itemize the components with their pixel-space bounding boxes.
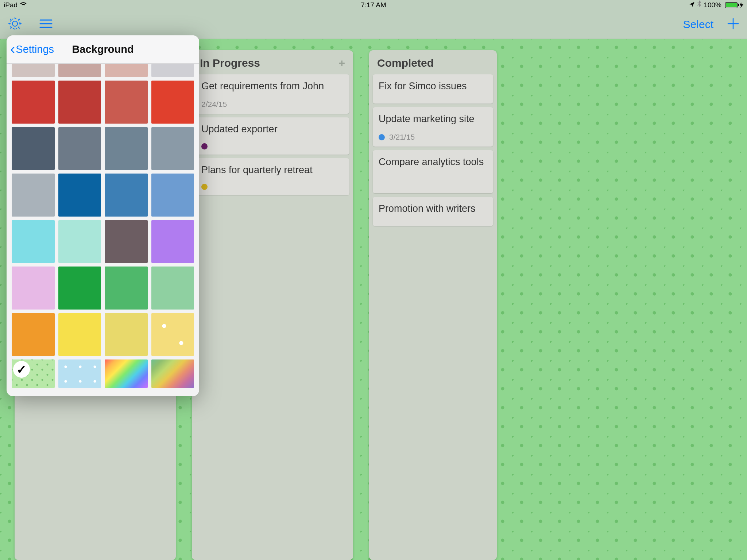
- background-swatch[interactable]: [105, 127, 148, 170]
- background-swatch[interactable]: [105, 359, 148, 388]
- background-swatch[interactable]: [151, 220, 194, 263]
- background-swatch[interactable]: [12, 64, 55, 77]
- background-swatch[interactable]: [151, 313, 194, 356]
- background-swatch[interactable]: [151, 359, 194, 388]
- column-title: Completed: [377, 57, 434, 69]
- card-title: Fix for Simco issues: [379, 80, 487, 92]
- background-swatch[interactable]: [58, 64, 101, 77]
- card[interactable]: Promotion with writers: [373, 197, 493, 226]
- checkmark-icon: ✓: [13, 361, 30, 378]
- background-swatch[interactable]: [105, 64, 148, 77]
- card[interactable]: Fix for Simco issues: [373, 74, 493, 104]
- background-swatch[interactable]: [12, 174, 55, 217]
- card[interactable]: Compare analytics tools: [373, 150, 493, 193]
- add-card-button[interactable]: +: [338, 57, 345, 69]
- svg-point-0: [12, 21, 18, 26]
- card[interactable]: Plans for quarterly retreat: [196, 158, 349, 195]
- background-swatch[interactable]: [58, 81, 101, 124]
- battery-percent: 100%: [704, 1, 721, 9]
- card-title: Plans for quarterly retreat: [201, 164, 344, 176]
- swatch-grid[interactable]: ✓: [7, 64, 199, 396]
- background-swatch[interactable]: [58, 267, 101, 310]
- back-label: Settings: [16, 43, 54, 55]
- background-swatch[interactable]: [105, 174, 148, 217]
- chevron-left-icon: ‹: [10, 45, 15, 52]
- bluetooth-icon: [697, 0, 701, 9]
- background-swatch[interactable]: [12, 127, 55, 170]
- background-swatch[interactable]: [105, 81, 148, 124]
- card[interactable]: Update marketing site 3/21/15: [373, 107, 493, 147]
- background-swatch[interactable]: [12, 81, 55, 124]
- background-swatch[interactable]: [58, 174, 101, 217]
- background-swatch[interactable]: [12, 267, 55, 310]
- card-tag-dot: [201, 184, 208, 190]
- location-icon: [689, 1, 695, 9]
- status-bar: iPad 7:17 AM 100%: [0, 0, 747, 10]
- background-swatch[interactable]: [105, 313, 148, 356]
- card[interactable]: Updated exporter: [196, 117, 349, 154]
- add-button[interactable]: [727, 17, 740, 32]
- board-column: Completed Fix for Simco issues Update ma…: [369, 50, 497, 560]
- card-title: Promotion with writers: [379, 203, 487, 214]
- background-swatch[interactable]: [151, 64, 194, 77]
- background-swatch[interactable]: [151, 267, 194, 310]
- card-date: 3/21/15: [389, 133, 415, 141]
- background-swatch[interactable]: [58, 313, 101, 356]
- background-swatch[interactable]: ✓: [12, 359, 55, 388]
- card-title: Compare analytics tools: [379, 156, 487, 168]
- status-time: 7:17 AM: [250, 1, 497, 9]
- card[interactable]: Get requirements from John 2/24/15: [196, 74, 349, 114]
- background-swatch[interactable]: [151, 81, 194, 124]
- background-swatch[interactable]: [105, 220, 148, 263]
- background-swatch[interactable]: [12, 313, 55, 356]
- back-button[interactable]: ‹ Settings: [7, 43, 54, 55]
- background-swatch[interactable]: [58, 359, 101, 388]
- board-column: In Progress + Get requirements from John…: [192, 50, 353, 560]
- settings-button[interactable]: [7, 16, 23, 33]
- app-toolbar: Select: [0, 10, 747, 39]
- background-picker-popover: Background ‹ Settings ✓: [7, 35, 199, 396]
- background-swatch[interactable]: [58, 220, 101, 263]
- background-swatch[interactable]: [105, 267, 148, 310]
- card-tag-dot: [201, 143, 208, 149]
- battery-icon: [724, 2, 743, 8]
- background-swatch[interactable]: [12, 220, 55, 263]
- background-swatch[interactable]: [58, 127, 101, 170]
- card-date: 2/24/15: [201, 100, 227, 109]
- card-title: Updated exporter: [201, 123, 344, 135]
- card-tag-dot: [379, 134, 385, 140]
- background-swatch[interactable]: [151, 127, 194, 170]
- wifi-icon: [20, 1, 27, 9]
- boards-list-button[interactable]: [39, 18, 53, 31]
- background-swatch[interactable]: [151, 174, 194, 217]
- select-button[interactable]: Select: [683, 18, 713, 31]
- card-title: Get requirements from John: [201, 80, 344, 92]
- device-label: iPad: [4, 1, 18, 9]
- column-title: In Progress: [200, 57, 260, 69]
- card-title: Update marketing site: [379, 113, 487, 125]
- popover-header: Background ‹ Settings: [7, 35, 199, 64]
